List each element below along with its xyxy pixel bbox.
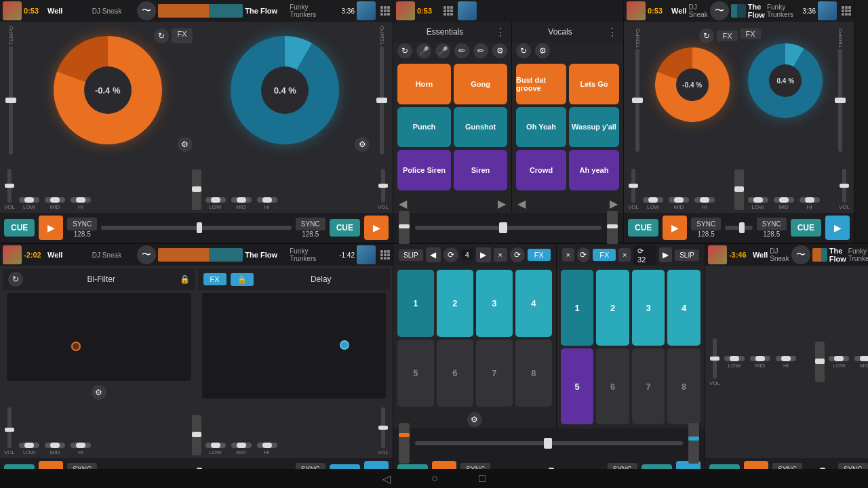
cue-btn-tr-r[interactable]: CUE [791,219,821,237]
tempo-track-tr-r[interactable] [838,49,842,152]
mid-right-vol-fader[interactable] [607,211,618,245]
cue-btn-tr-l[interactable]: CUE [628,219,658,237]
loop-pad-r6[interactable]: 6 [596,348,629,424]
wave-icon-br[interactable]: 〜 [791,245,810,264]
vol-track-br-l[interactable] [713,338,717,379]
fx-canvas-bl-r[interactable] [202,293,387,399]
essentials-left-arrow[interactable]: ◀ [399,197,407,210]
vol-fader-track-right[interactable] [381,169,385,203]
wave-icon-bl[interactable]: 〜 [137,245,156,264]
x-btn-left[interactable]: × [494,248,507,262]
fx-loop-right[interactable]: FX [593,249,616,261]
pad-gunshot[interactable]: Gunshot [454,107,507,148]
lock-bl-l[interactable]: 🔒 [180,274,190,284]
fx-btn-left[interactable]: FX [172,28,192,43]
tempo-track-left[interactable] [9,46,13,155]
pad-police-siren[interactable]: Police Siren [397,150,451,190]
pad-punch[interactable]: Punch [397,107,451,148]
essentials-gear[interactable]: ⚙ [492,43,507,58]
essentials-menu[interactable]: ⋮ [495,26,506,39]
loop-pad-3[interactable]: 3 [476,270,513,337]
nav-recent[interactable]: □ [479,472,486,485]
play-btn-tr-r[interactable]: ▶ [825,216,850,240]
loop-nav-left-l[interactable]: ◀ [426,247,441,262]
play-btn-tr-l[interactable]: ▶ [663,216,687,240]
eq-knob-hi[interactable] [71,197,91,203]
gear-btn-right[interactable]: ⚙ [355,137,370,152]
sync-btn-left[interactable]: SYNC [67,218,97,230]
refresh-btn-left[interactable]: ↻ [154,28,169,43]
loop-pad-r2[interactable]: 2 [596,270,629,346]
vocals-menu[interactable]: ⋮ [607,26,618,39]
pitch-fader-left[interactable] [101,226,292,230]
loop-pad-r4[interactable]: 4 [667,270,701,346]
sync-btn-tr-r[interactable]: SYNC [757,218,787,230]
vinyl-left[interactable]: -0.4 % [54,36,162,144]
bm-crossfader[interactable] [415,441,683,445]
center-fader-bl[interactable] [192,415,201,455]
loop-pad-4[interactable]: 4 [515,270,552,337]
eq-knob-mid-r[interactable] [231,197,252,203]
center-fader-tr[interactable] [734,169,744,210]
pad-crowd[interactable]: Crowd [516,150,566,190]
fx-tr-l[interactable]: FX [717,30,737,41]
vol-track-tr-l[interactable] [631,169,635,203]
vocals-left-arrow[interactable]: ◀ [517,197,526,210]
loop-pad-5[interactable]: 5 [397,340,434,407]
slip-btn-left[interactable]: SLIP [399,249,423,261]
pad-bust[interactable]: Bust dat groove [516,64,566,104]
play-btn-left[interactable]: ▶ [39,216,63,240]
refresh-bl-l[interactable]: ↻ [8,272,23,287]
loop-pad-2[interactable]: 2 [437,270,473,337]
pad-ah-yeah[interactable]: Ah yeah [569,150,619,190]
vocals-right-arrow[interactable]: ▶ [610,197,618,210]
fx-canvas-bl-l[interactable] [7,293,191,381]
vinyl-tr-r[interactable]: 0.4 % [748,43,823,118]
loop-pad-r1[interactable]: 1 [561,270,594,346]
cue-btn-left[interactable]: CUE [4,219,35,237]
loop-pad-8[interactable]: 8 [515,340,552,407]
reset-btn-left2[interactable]: ⟳ [510,247,525,262]
gear-fx-bl-l[interactable]: ⚙ [92,385,106,400]
grid-icon[interactable] [380,6,390,16]
nav-back[interactable]: ◁ [382,472,391,485]
gear-loop-left[interactable]: ⚙ [467,412,482,427]
eq-knob-hi-r[interactable] [257,197,277,203]
gear-btn-left[interactable]: ⚙ [178,137,193,152]
fx-loop-left[interactable]: FX [528,249,551,261]
bm-vol-l[interactable] [399,423,410,464]
loop-pad-1[interactable]: 1 [397,270,434,337]
pad-horn[interactable]: Horn [397,64,451,104]
x-btn-right2[interactable]: × [618,248,631,262]
x-btn-right[interactable]: × [562,248,574,262]
vol-fader-track-left[interactable] [7,169,12,203]
essentials-right-arrow[interactable]: ▶ [498,197,506,210]
center-fader-br[interactable] [815,342,825,382]
slip-btn-right[interactable]: SLIP [675,249,699,261]
cue-btn-right[interactable]: CUE [330,219,360,237]
eq-knob-low-r[interactable] [205,197,226,203]
mid-left-vol-fader[interactable] [399,211,410,245]
center-fader-left[interactable] [192,169,201,210]
pad-siren[interactable]: Siren [454,150,507,190]
tempo-track-tr-l[interactable] [635,49,639,152]
sync-btn-right[interactable]: SYNC [296,218,326,230]
loop-pad-6[interactable]: 6 [437,340,473,407]
pad-gong[interactable]: Gong [454,64,507,104]
essentials-mic-right[interactable]: 🎤 [435,43,450,58]
loop-nav-right-r[interactable]: ▶ [659,247,673,262]
tempo-track-right[interactable] [380,46,384,155]
loop-nav-left-r[interactable]: ▶ [476,247,491,262]
pad-wassup[interactable]: Wassup y'all [569,107,619,148]
grid-icon-mid[interactable] [443,6,453,16]
bm-vol-r[interactable] [688,423,699,464]
wave-icon-tr[interactable]: 〜 [710,1,729,20]
crossfader[interactable] [415,226,601,230]
fx-tr-r[interactable]: FX [741,28,761,39]
loop-pad-7[interactable]: 7 [476,340,513,407]
vocals-refresh[interactable]: ↻ [516,43,531,58]
vol-track-bl-r[interactable] [381,407,385,448]
eq-knob-mid[interactable] [45,197,65,203]
loop-pad-r7[interactable]: 7 [632,348,665,424]
grid-icon-bl[interactable] [380,250,390,260]
